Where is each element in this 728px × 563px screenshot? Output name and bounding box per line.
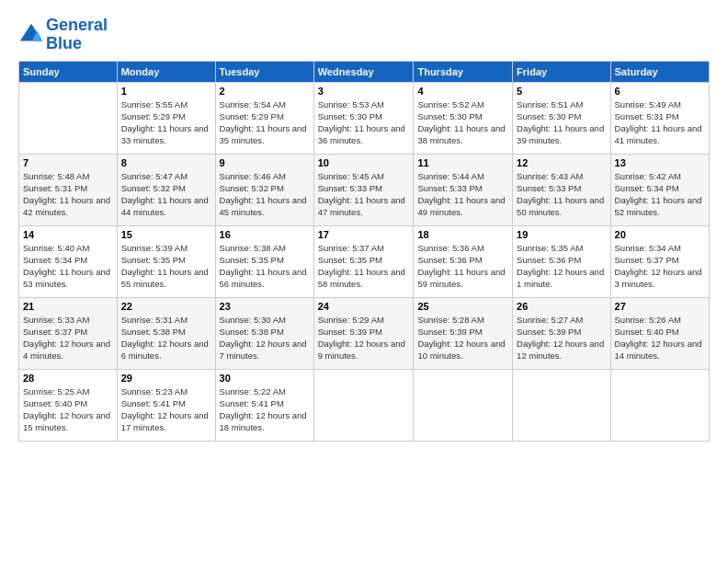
day-number: 5 (517, 86, 606, 97)
day-number: 29 (121, 373, 211, 384)
cell-info: Sunrise: 5:28 AM Sunset: 5:39 PM Dayligh… (417, 314, 508, 362)
calendar-cell: 14 Sunrise: 5:40 AM Sunset: 5:34 PM Dayl… (19, 225, 118, 297)
calendar-cell: 25 Sunrise: 5:28 AM Sunset: 5:39 PM Dayl… (414, 297, 513, 369)
cell-info: Sunrise: 5:33 AM Sunset: 5:37 PM Dayligh… (23, 314, 113, 362)
cell-info: Sunrise: 5:40 AM Sunset: 5:34 PM Dayligh… (23, 242, 113, 291)
week-row-2: 7 Sunrise: 5:48 AM Sunset: 5:31 PM Dayli… (19, 154, 710, 225)
cell-info: Sunrise: 5:44 AM Sunset: 5:33 PM Dayligh… (417, 170, 508, 219)
calendar-cell: 18 Sunrise: 5:36 AM Sunset: 5:36 PM Dayl… (414, 225, 513, 297)
cell-info: Sunrise: 5:27 AM Sunset: 5:39 PM Dayligh… (517, 314, 606, 362)
day-number: 12 (517, 157, 606, 168)
day-number: 1 (121, 86, 211, 97)
day-number: 10 (318, 157, 410, 168)
day-number: 23 (220, 301, 310, 312)
day-number: 11 (417, 157, 508, 168)
cell-info: Sunrise: 5:48 AM Sunset: 5:31 PM Dayligh… (23, 170, 113, 219)
page: General Blue Sunday Monday Tuesday Wedne… (0, 0, 728, 563)
cell-info: Sunrise: 5:38 AM Sunset: 5:35 PM Dayligh… (220, 242, 310, 291)
cell-info: Sunrise: 5:51 AM Sunset: 5:30 PM Dayligh… (517, 98, 606, 147)
cell-info: Sunrise: 5:23 AM Sunset: 5:41 PM Dayligh… (121, 385, 211, 434)
calendar-cell: 22 Sunrise: 5:31 AM Sunset: 5:38 PM Dayl… (117, 297, 215, 369)
day-number: 27 (615, 301, 705, 312)
cell-info: Sunrise: 5:54 AM Sunset: 5:29 PM Dayligh… (220, 98, 310, 147)
calendar-cell: 28 Sunrise: 5:25 AM Sunset: 5:40 PM Dayl… (19, 369, 118, 441)
day-number: 21 (23, 301, 113, 312)
logo-text: General Blue (46, 17, 108, 53)
calendar-cell: 29 Sunrise: 5:23 AM Sunset: 5:41 PM Dayl… (117, 369, 215, 441)
calendar-cell: 6 Sunrise: 5:49 AM Sunset: 5:31 PM Dayli… (610, 82, 709, 154)
logo-icon (18, 22, 44, 48)
calendar-cell: 15 Sunrise: 5:39 AM Sunset: 5:35 PM Dayl… (117, 225, 215, 297)
cell-info: Sunrise: 5:39 AM Sunset: 5:35 PM Dayligh… (121, 242, 211, 291)
calendar-cell: 21 Sunrise: 5:33 AM Sunset: 5:37 PM Dayl… (19, 297, 118, 369)
header-row: Sunday Monday Tuesday Wednesday Thursday… (19, 61, 710, 82)
calendar-cell: 17 Sunrise: 5:37 AM Sunset: 5:35 PM Dayl… (313, 225, 414, 297)
cell-info: Sunrise: 5:43 AM Sunset: 5:33 PM Dayligh… (517, 170, 606, 219)
cell-info: Sunrise: 5:53 AM Sunset: 5:30 PM Dayligh… (318, 98, 410, 147)
calendar-cell: 13 Sunrise: 5:42 AM Sunset: 5:34 PM Dayl… (610, 154, 709, 225)
day-number: 22 (121, 301, 211, 312)
cell-info: Sunrise: 5:42 AM Sunset: 5:34 PM Dayligh… (615, 170, 705, 219)
day-number: 6 (615, 86, 705, 97)
header: General Blue (18, 17, 710, 53)
calendar-cell: 7 Sunrise: 5:48 AM Sunset: 5:31 PM Dayli… (19, 154, 118, 225)
calendar-cell: 8 Sunrise: 5:47 AM Sunset: 5:32 PM Dayli… (117, 154, 215, 225)
week-row-5: 28 Sunrise: 5:25 AM Sunset: 5:40 PM Dayl… (19, 369, 710, 441)
day-number: 14 (23, 229, 113, 240)
cell-info: Sunrise: 5:52 AM Sunset: 5:30 PM Dayligh… (417, 98, 508, 147)
cell-info: Sunrise: 5:49 AM Sunset: 5:31 PM Dayligh… (615, 98, 705, 147)
calendar-cell (19, 82, 118, 154)
col-wednesday: Wednesday (313, 61, 414, 82)
day-number: 2 (220, 86, 310, 97)
cell-info: Sunrise: 5:47 AM Sunset: 5:32 PM Dayligh… (121, 170, 211, 219)
week-row-4: 21 Sunrise: 5:33 AM Sunset: 5:37 PM Dayl… (19, 297, 710, 369)
day-number: 13 (615, 157, 705, 168)
calendar-cell: 2 Sunrise: 5:54 AM Sunset: 5:29 PM Dayli… (215, 82, 313, 154)
logo: General Blue (18, 17, 108, 53)
calendar-cell: 5 Sunrise: 5:51 AM Sunset: 5:30 PM Dayli… (513, 82, 610, 154)
cell-info: Sunrise: 5:29 AM Sunset: 5:39 PM Dayligh… (318, 314, 410, 362)
calendar-cell: 1 Sunrise: 5:55 AM Sunset: 5:29 PM Dayli… (117, 82, 215, 154)
cell-info: Sunrise: 5:45 AM Sunset: 5:33 PM Dayligh… (318, 170, 410, 219)
day-number: 24 (318, 301, 410, 312)
day-number: 28 (23, 373, 113, 384)
col-sunday: Sunday (19, 61, 118, 82)
calendar-cell: 3 Sunrise: 5:53 AM Sunset: 5:30 PM Dayli… (313, 82, 414, 154)
cell-info: Sunrise: 5:30 AM Sunset: 5:38 PM Dayligh… (220, 314, 310, 362)
calendar-cell (610, 369, 709, 441)
cell-info: Sunrise: 5:34 AM Sunset: 5:37 PM Dayligh… (615, 242, 705, 291)
calendar-table: Sunday Monday Tuesday Wednesday Thursday… (18, 61, 710, 442)
cell-info: Sunrise: 5:55 AM Sunset: 5:29 PM Dayligh… (121, 98, 211, 147)
calendar-cell: 27 Sunrise: 5:26 AM Sunset: 5:40 PM Dayl… (610, 297, 709, 369)
col-friday: Friday (513, 61, 610, 82)
cell-info: Sunrise: 5:31 AM Sunset: 5:38 PM Dayligh… (121, 314, 211, 362)
calendar-cell: 23 Sunrise: 5:30 AM Sunset: 5:38 PM Dayl… (215, 297, 313, 369)
cell-info: Sunrise: 5:25 AM Sunset: 5:40 PM Dayligh… (23, 385, 113, 434)
calendar-cell: 11 Sunrise: 5:44 AM Sunset: 5:33 PM Dayl… (414, 154, 513, 225)
col-monday: Monday (117, 61, 215, 82)
day-number: 20 (615, 229, 705, 240)
calendar-cell: 16 Sunrise: 5:38 AM Sunset: 5:35 PM Dayl… (215, 225, 313, 297)
cell-info: Sunrise: 5:46 AM Sunset: 5:32 PM Dayligh… (220, 170, 310, 219)
col-thursday: Thursday (414, 61, 513, 82)
col-tuesday: Tuesday (215, 61, 313, 82)
calendar-cell: 12 Sunrise: 5:43 AM Sunset: 5:33 PM Dayl… (513, 154, 610, 225)
cell-info: Sunrise: 5:26 AM Sunset: 5:40 PM Dayligh… (615, 314, 705, 362)
cell-info: Sunrise: 5:37 AM Sunset: 5:35 PM Dayligh… (318, 242, 410, 291)
calendar-cell: 4 Sunrise: 5:52 AM Sunset: 5:30 PM Dayli… (414, 82, 513, 154)
cell-info: Sunrise: 5:36 AM Sunset: 5:36 PM Dayligh… (417, 242, 508, 291)
day-number: 16 (220, 229, 310, 240)
day-number: 9 (220, 157, 310, 168)
calendar-cell: 19 Sunrise: 5:35 AM Sunset: 5:36 PM Dayl… (513, 225, 610, 297)
col-saturday: Saturday (610, 61, 709, 82)
calendar-cell (414, 369, 513, 441)
day-number: 26 (517, 301, 606, 312)
week-row-3: 14 Sunrise: 5:40 AM Sunset: 5:34 PM Dayl… (19, 225, 710, 297)
day-number: 15 (121, 229, 211, 240)
calendar-cell (313, 369, 414, 441)
day-number: 18 (417, 229, 508, 240)
calendar-cell: 26 Sunrise: 5:27 AM Sunset: 5:39 PM Dayl… (513, 297, 610, 369)
calendar-cell: 20 Sunrise: 5:34 AM Sunset: 5:37 PM Dayl… (610, 225, 709, 297)
day-number: 7 (23, 157, 113, 168)
week-row-1: 1 Sunrise: 5:55 AM Sunset: 5:29 PM Dayli… (19, 82, 710, 154)
